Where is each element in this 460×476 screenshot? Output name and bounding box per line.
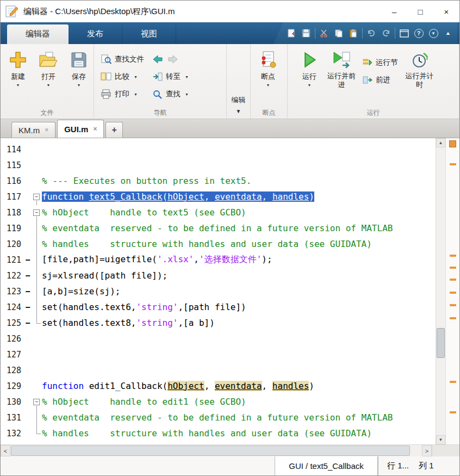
undo-icon[interactable] — [365, 27, 377, 40]
fold-margin — [32, 410, 42, 425]
paste-icon[interactable] — [347, 27, 359, 40]
analyzer-warning-marker[interactable] — [450, 292, 456, 294]
close-tab-icon[interactable]: × — [45, 126, 48, 134]
analyzer-warning-marker[interactable] — [450, 163, 456, 165]
help-icon[interactable]: ? — [413, 27, 425, 40]
minimize-button[interactable]: – — [381, 1, 407, 22]
horizontal-scrollbar[interactable]: < > — [1, 444, 459, 456]
open-button-label: 打开 — [41, 72, 55, 82]
fold-collapse-icon[interactable]: − — [33, 194, 40, 200]
compare-button[interactable]: 比较 ▼ — [96, 68, 148, 85]
analyzer-warning-marker[interactable] — [450, 255, 456, 257]
cut-icon[interactable] — [318, 27, 330, 40]
vertical-scroll-thumb[interactable] — [437, 328, 445, 358]
toolbar-separator — [395, 28, 395, 39]
tab-publish[interactable]: 发布 — [69, 24, 122, 44]
code-line-130[interactable]: 130−% hObject handle to edit1 (see GCBO) — [1, 394, 436, 410]
code-line-119[interactable]: 119% eventdata reserved - to be defined … — [1, 220, 436, 236]
code-line-128[interactable]: 128 — [1, 362, 436, 378]
ribbon: 新建 ▼ 打开 ▼ 保存 ▼ 文件 — [1, 44, 459, 119]
horizontal-scroll-track[interactable] — [10, 445, 422, 456]
fold-margin[interactable]: − — [32, 189, 42, 205]
doc-tab-KM.m[interactable]: KM.m× — [11, 122, 55, 138]
code-line-132[interactable]: 132% handles structure with handles and … — [1, 425, 436, 441]
fold-margin — [32, 283, 42, 299]
line-number: 118 — [1, 208, 23, 218]
scroll-up-icon[interactable]: ▲ — [436, 138, 445, 147]
run-section-button[interactable]: 运行节 — [358, 54, 402, 71]
forward-arrow-icon[interactable] — [168, 55, 178, 64]
executable-line-marker: − — [23, 287, 32, 296]
fold-margin[interactable]: − — [32, 394, 42, 410]
run-button[interactable]: 运行 ▼ — [294, 46, 325, 87]
code-line-126[interactable]: 126 — [1, 331, 436, 347]
analyzer-warning-marker[interactable] — [450, 411, 456, 413]
fold-margin — [32, 173, 42, 189]
fold-margin[interactable]: − — [32, 205, 42, 220]
switch-windows-icon[interactable] — [398, 27, 410, 40]
analyzer-warning-marker[interactable] — [450, 267, 456, 269]
chevron-down-icon: ▼ — [185, 75, 189, 79]
code-pane[interactable]: 114115116% --- Executes on button press … — [1, 138, 436, 444]
ribbon-group-edit[interactable]: 编辑 ▼ — [227, 44, 251, 119]
save-button[interactable]: 保存 ▼ — [64, 46, 94, 87]
tab-view[interactable]: 视图 — [122, 24, 176, 44]
copy-icon[interactable] — [333, 27, 345, 40]
code-line-129[interactable]: 129function edit1_Callback(hObject, even… — [1, 378, 436, 394]
new-button[interactable]: 新建 ▼ — [3, 46, 33, 87]
code-line-121[interactable]: 121−[file,path]=uigetfile('.xlsx','选择数据文… — [1, 252, 436, 268]
code-line-120[interactable]: 120% handles structure with handles and … — [1, 236, 436, 252]
line-number: 116 — [1, 176, 23, 186]
code-line-116[interactable]: 116% --- Executes on button press in tex… — [1, 173, 436, 189]
code-line-115[interactable]: 115 — [1, 157, 436, 173]
chevron-down-icon: ▼ — [266, 83, 270, 87]
horizontal-scroll-thumb[interactable] — [11, 446, 410, 456]
find-button[interactable]: 查找 ▼ — [148, 85, 193, 103]
doc-tab-GUI.m[interactable]: GUI.m× — [57, 120, 104, 138]
maximize-button[interactable]: □ — [407, 1, 433, 22]
line-number: 131 — [1, 413, 23, 423]
code-line-117[interactable]: 117−function text5_Callback(hObject, eve… — [1, 189, 436, 205]
scroll-left-icon[interactable]: < — [1, 445, 10, 456]
goto-button[interactable]: 转至 ▼ — [148, 68, 193, 85]
find-files-button[interactable]: 查找文件 — [96, 51, 148, 68]
code-line-123[interactable]: 123−[a,b]=size(sj); — [1, 283, 436, 299]
run-label: 运行 — [302, 72, 316, 82]
open-button[interactable]: 打开 ▼ — [33, 46, 64, 87]
code-line-127[interactable]: 127 — [1, 347, 436, 362]
toolbar-options-icon[interactable]: ▼ — [427, 27, 439, 40]
close-button[interactable]: × — [433, 1, 459, 22]
code-line-118[interactable]: 118−% hObject handle to text5 (see GCBO) — [1, 205, 436, 220]
code-line-131[interactable]: 131% eventdata reserved - to be defined … — [1, 410, 436, 425]
new-tab-button[interactable]: + — [105, 122, 122, 138]
analyzer-summary-indicator[interactable] — [449, 140, 456, 147]
vertical-scrollbar[interactable]: ▲ ▼ — [436, 138, 445, 444]
save-button-label: 保存 — [72, 72, 86, 82]
close-tab-icon[interactable]: × — [93, 125, 97, 133]
tab-editor[interactable]: 编辑器 — [7, 24, 69, 44]
code-line-124[interactable]: 124−set(handles.text6,'string',[path fil… — [1, 299, 436, 315]
fold-margin — [32, 141, 42, 157]
code-line-122[interactable]: 122−sj=xlsread([path file]); — [1, 268, 436, 283]
save-icon[interactable] — [300, 27, 312, 40]
analyzer-warning-marker[interactable] — [450, 304, 456, 306]
back-arrow-icon[interactable] — [153, 55, 163, 64]
analyzer-warning-marker[interactable] — [450, 279, 456, 281]
function-context-indicator[interactable]: GUI / text5_Callback — [275, 456, 378, 475]
analyzer-warning-marker[interactable] — [450, 381, 456, 383]
run-advance-button[interactable]: 运行并前进 — [325, 46, 358, 89]
breakpoints-button[interactable]: 断点 ▼ — [253, 46, 283, 87]
scroll-right-icon[interactable]: > — [422, 445, 432, 456]
fold-collapse-icon[interactable]: − — [33, 399, 40, 405]
advance-button[interactable]: 前进 — [358, 71, 402, 89]
code-line-114[interactable]: 114 — [1, 141, 436, 157]
code-line-125[interactable]: 125−set(handles.text8,'string',[a b]) — [1, 315, 436, 331]
minimize-ribbon-icon[interactable]: ▲ — [442, 27, 454, 40]
scroll-down-icon[interactable]: ▼ — [436, 435, 445, 444]
run-time-button[interactable]: 运行并计时 — [402, 46, 437, 89]
new-document-icon[interactable] — [285, 27, 297, 40]
print-button[interactable]: 打印 ▼ — [96, 85, 148, 103]
fold-collapse-icon[interactable]: − — [33, 209, 40, 216]
analyzer-warning-marker[interactable] — [450, 317, 456, 319]
redo-icon[interactable] — [380, 27, 392, 40]
